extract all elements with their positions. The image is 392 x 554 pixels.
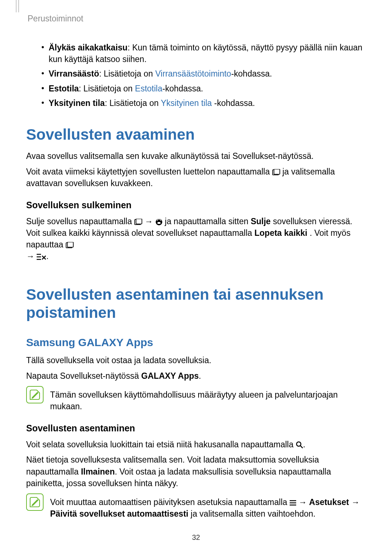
item-post: -kohdassa.	[162, 84, 203, 93]
arrow-icon: →	[144, 217, 153, 226]
note-icon	[26, 493, 44, 511]
note-block: Voit muuttaa automaattisen päivityksen a…	[26, 493, 366, 520]
text: .	[199, 371, 201, 381]
heading-install-apps: Sovellusten asentaminen tai asennuksen p…	[26, 286, 366, 322]
section-header: Perustoiminnot	[28, 14, 366, 24]
paragraph: Sulje sovellus napauttamalla → ja napaut…	[26, 216, 366, 262]
paragraph: Avaa sovellus valitsemalla sen kuvake al…	[26, 150, 366, 162]
arrow-icon: →	[26, 251, 34, 261]
bold-text: Sulje	[251, 217, 271, 226]
svg-line-14	[301, 446, 303, 448]
list-item: Yksityinen tila: Lisätietoja on Yksityin…	[41, 97, 366, 109]
item-bold: Älykäs aikakatkaisu	[49, 43, 127, 52]
recent-apps-icon	[134, 219, 142, 225]
paragraph: Voit avata viimeksi käytettyjen sovellus…	[26, 166, 366, 189]
document-page: Perustoiminnot Älykäs aikakatkaisu: Kun …	[0, 0, 392, 520]
text: .	[46, 251, 48, 261]
text: Sulje sovellus napauttamalla	[26, 217, 134, 226]
svg-point-13	[297, 442, 301, 446]
svg-rect-5	[158, 222, 160, 224]
tab-marker	[16, 0, 19, 12]
bold-text: Lopeta kaikki	[254, 228, 307, 238]
list-item: Virransäästö: Lisätietoja on Virransääst…	[41, 68, 366, 79]
subheading-install: Sovellusten asentaminen	[26, 423, 366, 434]
item-link[interactable]: Estotila	[135, 84, 162, 93]
heading-open-apps: Sovellusten avaaminen	[26, 126, 366, 144]
item-post: -kohdassa.	[231, 69, 272, 78]
menu-icon	[290, 500, 296, 506]
bold-text: Asetukset	[309, 497, 349, 507]
list-item: Estotila: Lisätietoja on Estotila-kohdas…	[41, 83, 366, 94]
item-link[interactable]: Virransäästötoiminto	[155, 69, 231, 78]
subheading-close-app: Sovelluksen sulkeminen	[26, 200, 366, 210]
text: Voit avata viimeksi käytettyjen sovellus…	[26, 167, 272, 176]
note-text: Tämän sovelluksen käyttömahdollisuus mää…	[50, 386, 366, 412]
recent-apps-icon	[272, 169, 280, 176]
text: Voit muuttaa automaattisen päivityksen a…	[50, 497, 290, 507]
svg-rect-7	[67, 242, 73, 247]
paragraph: Näet tietoja sovelluksesta valitsemalla …	[26, 454, 366, 489]
recent-apps-icon	[66, 242, 74, 249]
item-bold: Virransäästö	[49, 69, 99, 78]
item-pre: : Lisätietoja on	[105, 98, 161, 108]
bold-text: Päivitä sovellukset automaattisesti	[50, 509, 188, 518]
arrow-icon: →	[351, 497, 360, 507]
text: Voit selata sovelluksia luokittain tai e…	[26, 440, 296, 449]
item-post: -kohdassa.	[212, 98, 255, 108]
svg-rect-1	[274, 169, 279, 174]
item-bold: Estotila	[49, 84, 79, 93]
text: ja valitsemalla sitten vaihtoehdon.	[188, 509, 315, 518]
list-item: Älykäs aikakatkaisu: Kun tämä toiminto o…	[41, 42, 366, 65]
svg-rect-3	[136, 219, 142, 224]
feature-list: Älykäs aikakatkaisu: Kun tämä toiminto o…	[26, 42, 366, 109]
item-pre: : Lisätietoja on	[99, 69, 155, 78]
bold-text: GALAXY Apps	[141, 371, 199, 381]
subheading-galaxy-apps: Samsung GALAXY Apps	[26, 336, 366, 349]
close-all-icon	[37, 253, 46, 260]
page-number: 32	[0, 533, 392, 542]
text: ja napauttamalla sitten	[165, 217, 251, 226]
bold-text: Ilmainen	[81, 467, 115, 476]
item-link[interactable]: Yksityinen tila	[161, 98, 212, 108]
arrow-icon: →	[298, 497, 307, 507]
search-icon	[296, 441, 303, 448]
text: .	[303, 440, 305, 449]
item-bold: Yksityinen tila	[49, 98, 105, 108]
paragraph: Voit selata sovelluksia luokittain tai e…	[26, 439, 366, 450]
item-pre: : Lisätietoja on	[79, 84, 135, 93]
paragraph: Tällä sovelluksella voit ostaa ja ladata…	[26, 354, 366, 366]
note-block: Tämän sovelluksen käyttömahdollisuus mää…	[26, 386, 366, 412]
task-manager-icon	[155, 218, 163, 226]
note-text: Voit muuttaa automaattisen päivityksen a…	[50, 493, 366, 520]
text: Napauta Sovellukset-näytössä	[26, 371, 141, 381]
paragraph: Napauta Sovellukset-näytössä GALAXY Apps…	[26, 370, 366, 382]
note-icon	[26, 386, 44, 403]
